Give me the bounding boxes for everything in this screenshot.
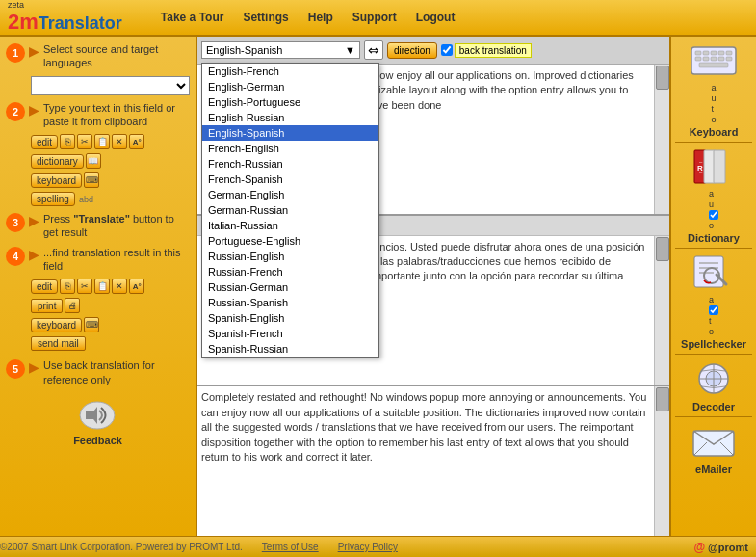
result-edit-button[interactable]: edit (31, 279, 58, 294)
spelling-button[interactable]: spelling (31, 192, 75, 206)
keyboard-tool-label: Keyboard (690, 126, 739, 138)
dictionary-tool-icon: R – – (690, 146, 738, 187)
lang-option-ru-en[interactable]: Russian-English (202, 249, 378, 264)
step-4-text: ...find translation result in this field (43, 246, 190, 274)
dictionary-auto-check[interactable] (709, 210, 718, 220)
lang-option-ru-fr[interactable]: Russian-French (202, 264, 378, 279)
svg-rect-13 (699, 63, 728, 67)
lang-option-ru-es[interactable]: Russian-Spanish (202, 295, 378, 310)
step-1-circle: 1 (6, 43, 25, 63)
dictionary-tool[interactable]: R – – a u o Dictionary (688, 146, 740, 244)
main-container: 1 ▶ Select source and target languages 2… (0, 37, 756, 536)
send-mail-button[interactable]: send mail (31, 336, 86, 351)
lang-option-es-en[interactable]: Spanish-English (202, 310, 378, 326)
lang-option-fr-es[interactable]: French-Spanish (202, 172, 378, 187)
lang-option-en-fr[interactable]: English-French (202, 64, 378, 79)
svg-rect-12 (726, 57, 732, 61)
lang-option-fr-ru[interactable]: French-Russian (202, 156, 378, 172)
svg-rect-8 (695, 57, 701, 61)
footer: ©2007 Smart Link Corporation. Powered by… (0, 536, 756, 557)
nav-take-a-tour[interactable]: Take a Tour (161, 11, 224, 24)
back-translation-checkbox[interactable] (441, 44, 453, 56)
logo-zeta: zeta (8, 1, 24, 10)
source-scroll-thumb[interactable] (656, 66, 669, 90)
top-navigation: zeta 2m Translator Take a Tour Settings … (0, 0, 756, 37)
copy-icon-btn[interactable]: ⎘ (60, 134, 75, 149)
content-area: English-Spanish ▼ English-French English… (197, 37, 669, 536)
nav-settings[interactable]: Settings (243, 11, 288, 24)
logo-name: Translator (39, 13, 122, 34)
back-translation-scroll-thumb[interactable] (656, 387, 669, 411)
nav-support[interactable]: Support (352, 11, 397, 24)
spellchecker-tool-label: Spellchecker (681, 338, 746, 350)
step-4-row: 4 ▶ ...find translation result in this f… (6, 246, 190, 274)
svg-rect-6 (718, 51, 724, 55)
result-copy-icon[interactable]: ⎘ (60, 278, 75, 294)
decoder-tool[interactable]: Decoder (690, 358, 738, 412)
paste-icon-btn[interactable]: 📋 (94, 134, 110, 149)
result-keyboard-icon[interactable]: ⌨ (84, 317, 99, 332)
result-scrollbar[interactable] (654, 236, 669, 385)
font-icon-btn[interactable]: A° (129, 134, 144, 149)
result-paste-icon[interactable]: 📋 (94, 278, 110, 294)
step-1-text: Select source and target languages (43, 42, 190, 70)
feedback-label[interactable]: Feedback (73, 435, 122, 446)
nav-help[interactable]: Help (308, 11, 333, 24)
keyboard-button[interactable]: keyboard (31, 173, 82, 188)
emailer-tool[interactable]: eMailer (690, 421, 738, 475)
footer-terms-link[interactable]: Terms of Use (262, 542, 319, 552)
step-3-arrow-icon: ▶ (29, 213, 39, 228)
result-keyboard-button[interactable]: keyboard (31, 318, 82, 332)
lang-option-en-de[interactable]: English-German (202, 79, 378, 94)
spellchecker-auto-check[interactable] (709, 305, 718, 315)
emailer-tool-icon (690, 421, 738, 462)
lang-dropdown-trigger[interactable]: English-Spanish ▼ (201, 41, 360, 59)
spelling-abbr: abd (79, 195, 93, 204)
cut-icon-btn[interactable]: ✂ (77, 134, 92, 149)
nav-menu: Take a Tour Settings Help Support Logout (142, 11, 748, 24)
decoder-tool-icon (690, 358, 738, 399)
delete-icon-btn[interactable]: ✕ (112, 134, 127, 149)
lang-option-es-ru[interactable]: Spanish-Russian (202, 341, 378, 357)
lang-option-en-pt[interactable]: English-Portuguese (202, 94, 378, 110)
lang-option-it-ru[interactable]: Italian-Russian (202, 218, 378, 233)
print-button[interactable]: print (31, 299, 63, 313)
lang-option-pt-en[interactable]: Portuguese-English (202, 233, 378, 249)
keyboard-tool[interactable]: a u t o Keyboard (690, 40, 739, 138)
step-2-circle: 2 (6, 102, 25, 121)
lang-option-fr-en[interactable]: French-English (202, 141, 378, 156)
direction-arrows-btn[interactable]: ⇔ (364, 40, 383, 60)
dictionary-button[interactable]: dictionary (31, 154, 84, 169)
edit-button[interactable]: edit (31, 135, 58, 149)
result-cut-icon[interactable]: ✂ (77, 278, 92, 294)
back-translation-content: Completely restated and rethought! No wi… (197, 386, 669, 536)
dropdown-arrow-icon: ▼ (345, 44, 355, 56)
divider-1 (675, 142, 752, 143)
lang-option-de-en[interactable]: German-English (202, 187, 378, 202)
spellchecker-auto-group: a t o (709, 295, 718, 336)
back-translation-scrollbar[interactable] (654, 386, 669, 536)
footer-copyright: ©2007 Smart Link Corporation. Powered by… (0, 542, 243, 552)
spellchecker-tool[interactable]: a t o Spellchecker (681, 252, 746, 350)
language-select[interactable] (31, 76, 190, 95)
source-scrollbar[interactable] (654, 65, 669, 214)
nav-logout[interactable]: Logout (416, 11, 456, 24)
direction-button[interactable]: direction (387, 42, 437, 59)
lang-option-ru-de[interactable]: Russian-German (202, 279, 378, 295)
result-scroll-thumb[interactable] (656, 237, 669, 261)
svg-rect-7 (726, 51, 732, 55)
right-panel: a u t o Keyboard R – – (669, 37, 756, 536)
lang-option-de-ru[interactable]: German-Russian (202, 202, 378, 218)
print-icon-btn[interactable]: 🖨 (65, 298, 80, 313)
result-font-icon[interactable]: A° (129, 278, 144, 294)
dictionary-icon-btn[interactable]: 📖 (86, 153, 101, 169)
result-delete-icon[interactable]: ✕ (112, 278, 127, 294)
lang-option-en-ru[interactable]: English-Russian (202, 110, 378, 125)
result-edit-toolbar: edit ⎘ ✂ 📋 ✕ A° (31, 278, 190, 294)
lang-option-en-es[interactable]: English-Spanish (202, 125, 378, 141)
feedback-area: Feedback (6, 396, 190, 446)
feedback-svg (76, 397, 119, 434)
footer-privacy-link[interactable]: Privacy Policy (338, 542, 398, 552)
keyboard-icon-btn[interactable]: ⌨ (84, 172, 99, 188)
lang-option-es-fr[interactable]: Spanish-French (202, 326, 378, 341)
